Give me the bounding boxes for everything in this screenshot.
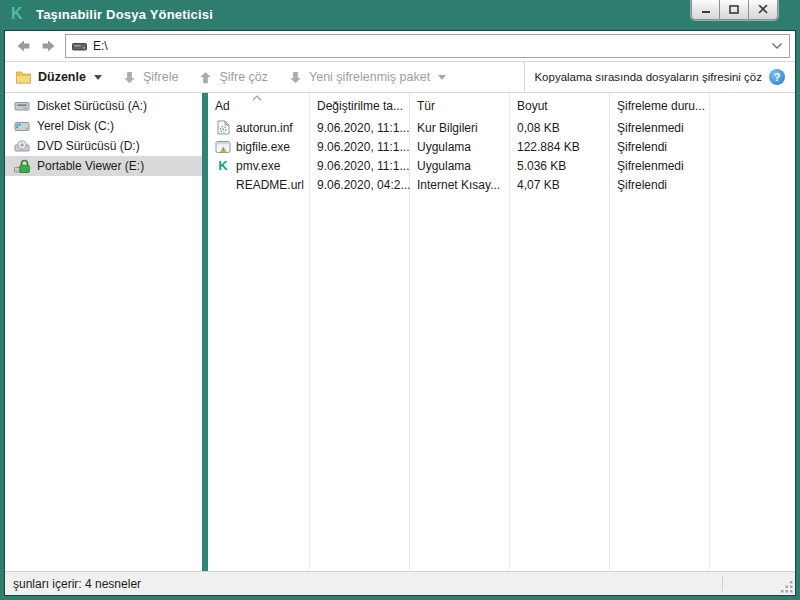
encrypted-drive-icon [14,158,30,174]
column-header-modified[interactable]: Değiştirilme ta... [310,93,410,118]
file-type: Uygulama [410,159,510,173]
file-name: autorun.inf [236,121,293,135]
address-text: E:\ [93,39,108,53]
drive-label: Disket Sürücüsü (A:) [37,99,147,113]
kaspersky-app-icon: K [215,158,231,174]
address-dropdown[interactable] [771,42,783,50]
application-icon [215,139,231,155]
arrow-up-icon [198,70,213,85]
file-type: Kur Bilgileri [410,121,510,135]
address-bar[interactable]: E:\ [65,34,790,58]
hard-disk-icon [14,118,30,134]
kaspersky-logo-icon: K [11,5,23,23]
column-header-type[interactable]: Tür [410,93,510,118]
edit-menu-label: Düzenle [38,70,86,84]
close-button[interactable] [749,0,778,20]
column-header-size[interactable]: Boyut [510,93,610,118]
resize-grip[interactable] [780,580,794,594]
encrypt-label: Şifrele [143,70,178,84]
file-row-autorun-inf[interactable]: autorun.inf 9.06.2020, 11:1... Kur Bilgi… [208,118,795,137]
back-arrow-icon [15,38,32,54]
drive-label: Portable Viewer (E:) [37,159,144,173]
file-size: 5.036 KB [510,159,610,173]
file-modified: 9.06.2020, 11:1... [310,140,410,154]
forward-arrow-icon [40,38,57,54]
toolbar: Düzenle Şifrele Şifre çöz Yeni şifrelenm… [5,61,795,93]
navigation-bar: E:\ [5,31,795,61]
file-modified: 9.06.2020, 04:2... [310,178,410,192]
file-rows: autorun.inf 9.06.2020, 11:1... Kur Bilgi… [208,118,795,194]
forward-button[interactable] [36,34,61,58]
copy-decrypt-label: Kopyalama sırasında dosyaların şifresini… [534,71,762,83]
file-type: Internet Kısay... [410,178,510,192]
column-header-encryption[interactable]: Şifreleme duru... [610,93,710,118]
toolbar-right-group: Kopyalama sırasında dosyaların şifresini… [524,62,795,92]
drive-icon [72,40,87,52]
sidebar-item-drive-d[interactable]: DVD Sürücüsü (D:) [5,136,202,156]
arrow-down-icon [288,70,303,85]
file-encryption-status: Şifrelenmedi [610,121,710,135]
status-text: şunları içerir: 4 nesneler [13,577,141,591]
sidebar-item-drive-a[interactable]: Disket Sürücüsü (A:) [5,96,202,116]
decrypt-label: Şifre çöz [219,70,268,84]
file-modified: 9.06.2020, 11:1... [310,159,410,173]
file-modified: 9.06.2020, 11:1... [310,121,410,135]
column-header-name[interactable]: Ad [208,93,310,118]
sidebar-item-drive-e-selected[interactable]: Portable Viewer (E:) [5,156,202,176]
dropdown-caret-icon [94,75,102,80]
new-encrypted-package-label: Yeni şifrelenmiş paket [309,70,430,84]
maximize-button[interactable] [720,0,749,20]
file-size: 122.884 KB [510,140,610,154]
back-button[interactable] [11,34,36,58]
status-bar: şunları içerir: 4 nesneler [5,571,795,595]
dvd-drive-icon [14,138,30,154]
dropdown-caret-icon [438,75,446,80]
setup-info-icon [215,120,231,136]
file-list: Ad Değiştirilme ta... Tür Boyut Şifrelem… [208,93,795,571]
file-encryption-status: Şifrelenmedi [610,159,710,173]
titlebar[interactable]: K Taşınabilir Dosya Yöneticisi [0,0,800,30]
file-size: 4,07 KB [510,178,610,192]
file-name: pmv.exe [236,159,280,173]
file-name: bigfile.exe [236,140,290,154]
sidebar-item-drive-c[interactable]: Yerel Disk (C:) [5,116,202,136]
window-title: Taşınabilir Dosya Yöneticisi [36,7,213,22]
file-row-pmv-exe[interactable]: K pmv.exe 9.06.2020, 11:1... Uygulama 5.… [208,156,795,175]
list-header: Ad Değiştirilme ta... Tür Boyut Şifrelem… [208,93,795,118]
blank-file-icon [215,177,231,193]
file-row-readme-url[interactable]: README.url 9.06.2020, 04:2... Internet K… [208,175,795,194]
floppy-drive-icon [14,98,30,114]
file-type: Uygulama [410,140,510,154]
decrypt-button[interactable]: Şifre çöz [198,70,268,85]
chevron-down-icon [771,42,783,50]
drive-list: Disket Sürücüsü (A:) Yerel Disk (C:) DVD… [5,93,202,571]
statusbar-divider [722,576,723,591]
file-encryption-status: Şifrelendi [610,178,710,192]
minimize-icon [701,5,711,14]
client-area: E:\ Düzenle Şifrele Şifre çöz Yeni şifre… [4,30,796,596]
maximize-icon [729,5,739,14]
file-name: README.url [236,178,304,192]
file-size: 0,08 KB [510,121,610,135]
folder-icon [15,70,32,84]
main-panes: Disket Sürücüsü (A:) Yerel Disk (C:) DVD… [5,93,795,571]
drive-label: Yerel Disk (C:) [37,119,114,133]
encrypt-button[interactable]: Şifrele [122,70,178,85]
close-icon [758,5,768,14]
edit-menu-button[interactable]: Düzenle [15,70,102,84]
help-icon[interactable]: ? [769,69,785,85]
file-row-bigfile-exe[interactable]: bigfile.exe 9.06.2020, 11:1... Uygulama … [208,137,795,156]
drive-label: DVD Sürücüsü (D:) [37,139,140,153]
new-encrypted-package-button[interactable]: Yeni şifrelenmiş paket [288,70,446,85]
window-controls [691,0,778,20]
minimize-button[interactable] [691,0,720,20]
file-encryption-status: Şifrelendi [610,140,710,154]
arrow-down-icon [122,70,137,85]
